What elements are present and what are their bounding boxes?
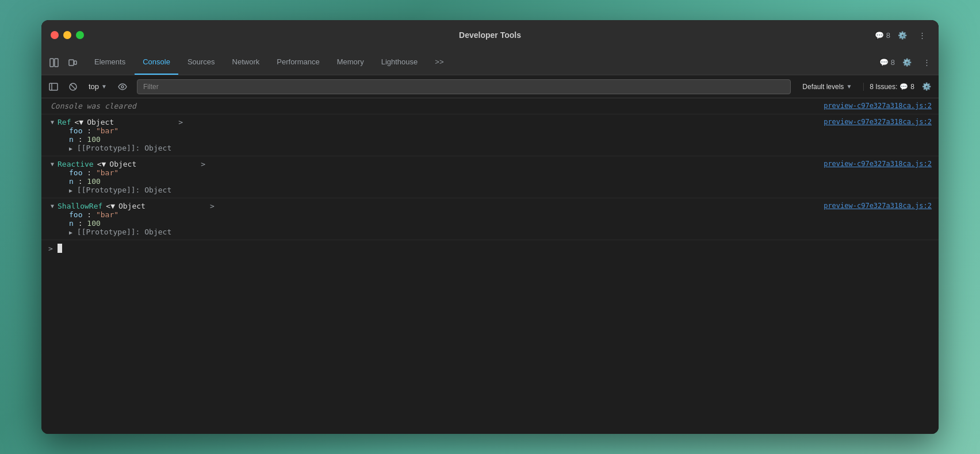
reactive-object-header: ▼ Reactive <▼ Object > foo : "bar" n: [51, 160, 814, 194]
ref-source-link[interactable]: preview-c97e327a318ca.js:2: [824, 118, 932, 126]
traffic-lights: [51, 31, 84, 39]
cleared-source-link[interactable]: preview-c97e327a318ca.js:2: [824, 102, 932, 110]
shallowref-angle: <▼: [106, 202, 115, 210]
reactive-angle: <▼: [97, 160, 106, 168]
settings-icon[interactable]: ⚙️: [895, 28, 910, 43]
shallowref-label: ShallowRef: [58, 202, 102, 210]
svg-rect-4: [49, 83, 58, 90]
device-toolbar-icon[interactable]: [64, 55, 81, 71]
reactive-foo-key: foo: [69, 168, 82, 177]
ref-prototype-text: [[Prototype]]: Object: [77, 144, 171, 152]
ref-foo-value: "bar": [96, 126, 118, 135]
eye-icon[interactable]: [115, 79, 130, 94]
close-button[interactable]: [51, 31, 59, 39]
filter-input-wrapper: [137, 79, 791, 94]
tab-settings-icon[interactable]: ⚙️: [899, 55, 914, 70]
tab-bar: Elements Console Sources Network Perform…: [41, 50, 939, 75]
ref-type: Object: [87, 118, 114, 126]
ref-label: Ref: [58, 118, 71, 126]
svg-point-8: [121, 86, 124, 88]
tab-console[interactable]: Console: [135, 50, 178, 75]
tab-network[interactable]: Network: [224, 50, 268, 75]
context-selector[interactable]: top ▼: [85, 80, 110, 93]
shallowref-n-key: n: [69, 219, 74, 228]
shallowref-source-link[interactable]: preview-c97e327a318ca.js:2: [824, 202, 932, 210]
message-count: 8: [886, 31, 890, 40]
message-badge: 💬 8: [875, 31, 890, 40]
reactive-prop-foo: foo : "bar": [51, 168, 814, 177]
reactive-label: Reactive: [58, 160, 94, 168]
console-content: Console was cleared preview-c97e327a318c…: [41, 98, 939, 434]
issues-count: 8: [910, 83, 914, 91]
shallowref-expand-triangle[interactable]: ▼: [51, 203, 54, 209]
ref-prompt: >: [178, 118, 183, 126]
reactive-prompt: >: [201, 160, 205, 168]
shallowref-prop-n: n : 100: [51, 219, 814, 228]
svg-rect-0: [50, 59, 53, 67]
reactive-prop-n: n : 100: [51, 177, 814, 186]
reactive-source-link[interactable]: preview-c97e327a318ca.js:2: [824, 160, 932, 168]
cleared-message: Console was cleared: [51, 102, 814, 110]
shallowref-prototype-triangle[interactable]: ▶: [69, 229, 72, 236]
ref-prototype-triangle[interactable]: ▶: [69, 145, 72, 152]
svg-rect-3: [74, 61, 76, 64]
ref-n-key: n: [69, 135, 74, 144]
context-label: top: [89, 82, 99, 91]
reactive-foo-value: "bar": [96, 168, 118, 177]
tab-more-icon[interactable]: ⋮: [919, 55, 934, 70]
svg-rect-2: [69, 60, 74, 66]
ref-prototype: ▶ [[Prototype]]: Object: [51, 144, 814, 152]
tab-sources[interactable]: Sources: [179, 50, 223, 75]
shallowref-type: Object: [118, 202, 146, 210]
shallowref-prompt: >: [210, 202, 215, 210]
ref-prop-foo: foo : "bar": [51, 126, 814, 135]
context-dropdown-arrow: ▼: [101, 83, 107, 90]
levels-dropdown-arrow: ▼: [846, 83, 852, 90]
tab-message-count: 8: [891, 58, 895, 67]
tab-icon-group: [46, 55, 81, 71]
tab-message-icon: 💬: [879, 58, 889, 67]
shallowref-n-value: 100: [87, 219, 100, 228]
reactive-expand-triangle[interactable]: ▼: [51, 161, 54, 167]
prompt-symbol: >: [48, 244, 53, 253]
reactive-type: Object: [109, 160, 136, 168]
clear-console-icon[interactable]: [66, 79, 81, 94]
tab-elements[interactable]: Elements: [86, 50, 133, 75]
title-bar-actions: 💬 8 ⚙️ ⋮: [875, 28, 929, 43]
ref-object-header: ▼ Ref <▼ Object > foo : "bar" n :: [51, 118, 814, 152]
ref-expand-triangle[interactable]: ▼: [51, 119, 54, 125]
message-icon: 💬: [875, 31, 884, 40]
console-toolbar: top ▼ Default levels ▼ 8 Issues: 💬 8 ⚙️: [41, 75, 939, 98]
console-settings-icon[interactable]: ⚙️: [919, 79, 934, 94]
shallowref-foo-value: "bar": [96, 210, 118, 219]
tab-performance[interactable]: Performance: [269, 50, 327, 75]
more-options-icon[interactable]: ⋮: [914, 28, 929, 43]
devtools-window: Developer Tools 💬 8 ⚙️ ⋮: [41, 20, 939, 434]
shallowref-prototype: ▶ [[Prototype]]: Object: [51, 228, 814, 236]
cursor-blink: [58, 244, 62, 253]
filter-input[interactable]: [137, 79, 791, 94]
shallowref-object-block: ▼ ShallowRef <▼ Object > foo : "bar" n: [41, 198, 939, 240]
tab-memory[interactable]: Memory: [329, 50, 372, 75]
sidebar-toggle-icon[interactable]: [46, 79, 61, 94]
tab-right-icons: 💬 8 ⚙️ ⋮: [879, 55, 934, 70]
input-cursor[interactable]: [58, 244, 62, 253]
ref-n-value: 100: [87, 135, 100, 144]
default-levels-button[interactable]: Default levels ▼: [798, 81, 856, 93]
shallowref-foo-key: foo: [69, 210, 82, 219]
toggle-drawer-icon[interactable]: [46, 55, 62, 71]
title-bar: Developer Tools 💬 8 ⚙️ ⋮: [41, 20, 939, 50]
default-levels-label: Default levels: [802, 83, 844, 91]
reactive-prototype-triangle[interactable]: ▶: [69, 187, 72, 194]
ref-object-block: ▼ Ref <▼ Object > foo : "bar" n :: [41, 114, 939, 156]
minimize-button[interactable]: [63, 31, 71, 39]
tab-message-badge[interactable]: 💬 8: [879, 58, 895, 67]
tab-lighthouse[interactable]: Lighthouse: [373, 50, 426, 75]
maximize-button[interactable]: [76, 31, 84, 39]
console-cleared-row: Console was cleared preview-c97e327a318c…: [41, 98, 939, 114]
ref-angle: <▼: [75, 118, 84, 126]
tab-more[interactable]: >>: [427, 50, 451, 75]
ref-foo-key: foo: [69, 126, 82, 135]
shallowref-prototype-text: [[Prototype]]: Object: [77, 228, 171, 236]
issues-prefix: 8 Issues:: [870, 83, 897, 91]
